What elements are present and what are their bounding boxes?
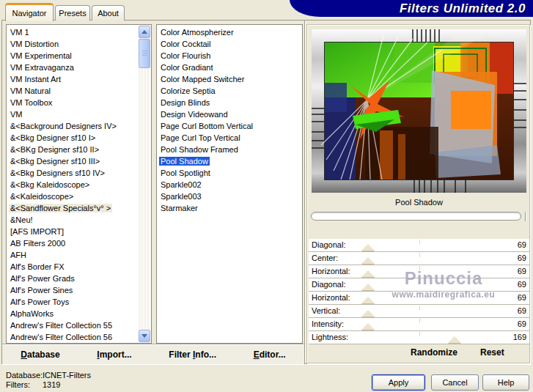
list-item[interactable]: Andrew's Filter Collection 55	[7, 319, 139, 331]
list-item[interactable]: &<Bkg Designers sf10 IV>	[7, 167, 139, 179]
slider-label: Center:	[312, 254, 338, 262]
tab-about[interactable]: About	[92, 5, 125, 21]
slider-thumb[interactable]	[361, 270, 375, 277]
list-item[interactable]: VM 1	[7, 26, 139, 38]
list-item[interactable]: Colorize Septia	[158, 85, 301, 97]
list-item[interactable]: Alf's Power Toys	[7, 296, 139, 308]
list-item[interactable]: Pool Shadow Framed	[158, 144, 301, 155]
list-item[interactable]: AlphaWorks	[7, 308, 139, 319]
list-item[interactable]: Color Atmospherizer	[158, 26, 301, 38]
list-item[interactable]: Alf's Power Sines	[7, 284, 139, 296]
list-item[interactable]: Page Curl Bottom Vertical	[158, 120, 301, 132]
list-item[interactable]: Page Curl Top Vertical	[158, 132, 301, 144]
list-item[interactable]: VM Instant Art	[7, 73, 139, 85]
list-item[interactable]: &<BKg Designer sf10 II>	[7, 144, 139, 155]
slider-thumb[interactable]	[361, 310, 375, 317]
list-item[interactable]: &<Bkg Designer sf10 I>	[7, 132, 139, 144]
library-button[interactable]: Import...	[97, 350, 131, 360]
list-item[interactable]: Sparkle003	[158, 191, 301, 202]
progress-bar	[311, 212, 521, 221]
slider-label: Diagonal:	[312, 240, 345, 249]
list-item[interactable]: Alf's Border FX	[7, 261, 139, 273]
slider-thumb[interactable]	[448, 336, 461, 343]
list-item[interactable]: Starmaker	[158, 202, 301, 214]
slider-row: Lightness:169	[309, 331, 529, 344]
tab-label: Presets	[59, 9, 86, 18]
tab-presets[interactable]: Presets	[55, 5, 90, 21]
category-items: VM 1VM DistortionVM ExperimentalVM Extra…	[7, 26, 139, 342]
slider-thumb[interactable]	[361, 323, 375, 330]
filter-listbox: Color AtmospherizerColor CocktailColor F…	[156, 24, 303, 344]
cancel-button[interactable]: Cancel	[431, 374, 479, 391]
list-item[interactable]: &<Background Designers IV>	[7, 120, 139, 132]
slider-thumb[interactable]	[361, 284, 375, 290]
filter-items: Color AtmospherizerColor CocktailColor F…	[158, 26, 301, 342]
slider-value: 69	[518, 254, 526, 262]
panel-divider	[304, 21, 305, 363]
library-button[interactable]: Filter Info...	[169, 350, 216, 360]
status-value: ICNET-Filters	[43, 371, 91, 380]
slider-row: Horizontal:69	[309, 265, 529, 278]
list-item[interactable]: AFH	[7, 249, 139, 261]
list-item[interactable]: VM Toolbox	[7, 97, 139, 108]
list-item[interactable]: Sparkle002	[158, 179, 301, 191]
slider-thumb[interactable]	[361, 244, 375, 251]
library-button[interactable]: Editor...	[254, 350, 286, 360]
list-item[interactable]: Color Mapped Switcher	[158, 73, 301, 85]
list-item[interactable]: VM Experimental	[7, 50, 139, 62]
scroll-down-button[interactable]	[139, 330, 150, 342]
slider-value: 69	[518, 306, 526, 315]
list-item[interactable]: VM Distortion	[7, 38, 139, 50]
list-item[interactable]: &<Bkg Designer sf10 III>	[7, 155, 139, 167]
list-item[interactable]: Pool Shadow	[158, 155, 301, 167]
slider-thumb[interactable]	[361, 297, 375, 303]
list-item[interactable]: VM Natural	[7, 85, 139, 97]
slider-center-tick	[419, 306, 420, 310]
list-item[interactable]: Pool Spotlight	[158, 167, 301, 179]
slider-center-tick	[419, 240, 420, 244]
slider-thumb[interactable]	[361, 257, 375, 264]
list-item[interactable]: &<Sandflower Specials°v° >	[7, 202, 139, 214]
help-button[interactable]: Help	[482, 374, 529, 391]
slider-row: Center:69	[309, 252, 529, 265]
list-item[interactable]: AB Filters 2000	[7, 237, 139, 249]
slider-row: Vertical:69	[309, 305, 529, 318]
filter-preview-image	[312, 29, 526, 193]
window-title: Filters Unlimited 2.0	[400, 1, 526, 16]
scrollbar-thumb[interactable]	[139, 39, 150, 68]
tab-label: About	[98, 9, 119, 18]
apply-button[interactable]: Apply	[372, 374, 425, 391]
list-item[interactable]: Alf's Power Grads	[7, 273, 139, 284]
slider-label: Lightness:	[312, 333, 348, 341]
slider-center-tick	[419, 319, 420, 323]
slider-label: Intensity:	[312, 319, 344, 328]
tab-navigator[interactable]: Navigator	[5, 3, 54, 21]
list-item[interactable]: Design Videowand	[158, 108, 301, 120]
reset-button[interactable]: Reset	[480, 347, 504, 358]
status-value: 1319	[43, 380, 91, 390]
scroll-up-button[interactable]	[139, 26, 150, 38]
randomize-button[interactable]: Randomize	[411, 347, 457, 358]
list-item[interactable]: VM	[7, 108, 139, 120]
list-item[interactable]: [AFS IMPORT]	[7, 226, 139, 237]
slider-row: Intensity:69	[309, 318, 529, 331]
list-item[interactable]: Color Cocktail	[158, 38, 301, 50]
scrollbar[interactable]	[139, 26, 150, 342]
list-item[interactable]: Design Blinds	[158, 97, 301, 108]
list-item[interactable]: Color Flourish	[158, 50, 301, 62]
list-item[interactable]: Andrew's Filter Collection 56	[7, 331, 139, 342]
slider-center-tick	[419, 266, 420, 270]
library-button[interactable]: Database	[21, 350, 59, 360]
list-item[interactable]: Color Gradiant	[158, 62, 301, 73]
list-item[interactable]: VM Extravaganza	[7, 62, 139, 73]
list-item[interactable]: &<Kaleidoscope>	[7, 191, 139, 202]
slider-value: 69	[518, 293, 526, 302]
list-item[interactable]: &Neu!	[7, 214, 139, 226]
slider-value: 69	[518, 267, 526, 275]
slider-panel: Diagonal:69Center:69Horizontal:69Diagona…	[309, 239, 529, 344]
filters-unlimited-dialog: Filters Unlimited 2.0 Navigator Presets …	[0, 0, 533, 392]
list-item[interactable]: &<Bkg Kaleidoscope>	[7, 179, 139, 191]
slider-row: Diagonal:69	[309, 278, 529, 292]
slider-row: Horizontal:69	[309, 292, 529, 305]
tab-label: Navigator	[12, 9, 46, 18]
